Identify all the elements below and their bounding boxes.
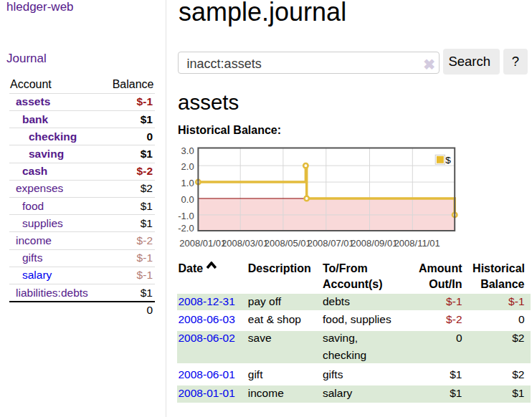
svg-text:2008/01/01: 2008/01/01	[179, 238, 226, 249]
svg-text:2008/11/01: 2008/11/01	[394, 238, 440, 249]
svg-text:2008/09/01: 2008/09/01	[351, 238, 397, 249]
svg-text:2008/03/01: 2008/03/01	[222, 238, 268, 249]
svg-text:2008/07/01: 2008/07/01	[308, 238, 354, 249]
svg-text:2008/05/01: 2008/05/01	[265, 238, 311, 249]
svg-text:0.0: 0.0	[181, 194, 194, 205]
svg-text:1.0: 1.0	[181, 178, 194, 188]
svg-text:-2.0: -2.0	[178, 223, 194, 234]
svg-text:3.0: 3.0	[181, 145, 194, 156]
svg-text:$: $	[445, 155, 451, 166]
svg-text:-1.0: -1.0	[178, 211, 194, 221]
svg-text:2.0: 2.0	[181, 161, 194, 172]
